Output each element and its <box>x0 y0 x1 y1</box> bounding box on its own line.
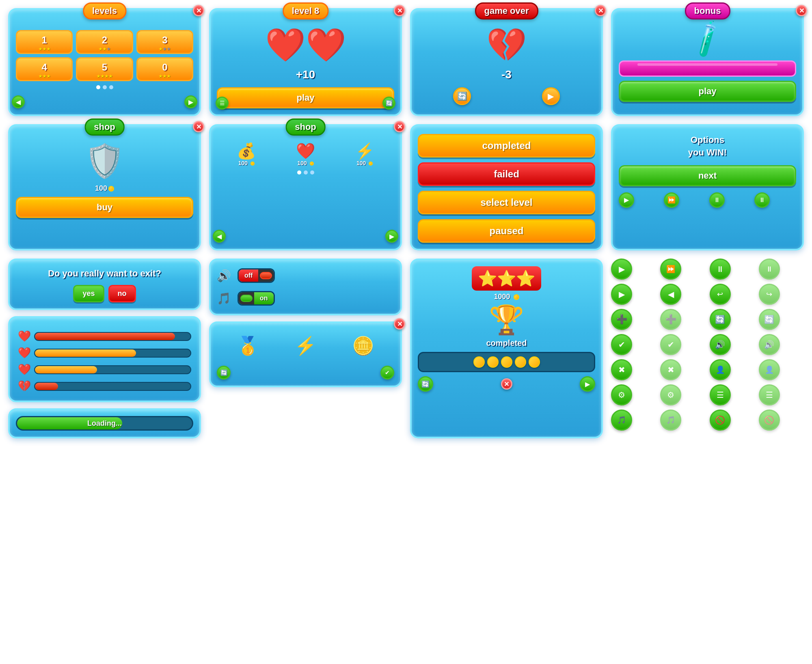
level-cell-2[interactable]: 2 ★★★ <box>76 30 133 54</box>
shop2-panel: shop ✕ 💰 100 ❤️ 100 ⚡ 100 <box>209 124 402 250</box>
shop-item-bag[interactable]: 💰 100 <box>237 142 256 166</box>
close-button-collect[interactable]: ✕ <box>394 318 405 330</box>
win-panel: ⭐⭐⭐ 1000 🏆 completed 🔄 ✕ ▶ <box>410 259 603 438</box>
shop2-nav-prev[interactable]: ◀ <box>213 230 226 243</box>
collectibles-row: 🥇 ⚡ 🪙 <box>217 329 394 362</box>
circle-pause2-btn[interactable]: ⏸ <box>754 192 770 208</box>
grid-btn-sound2[interactable]: 🔊 <box>759 334 780 355</box>
grid-btn-x1[interactable]: ✖ <box>611 359 632 380</box>
shop-item-bolt[interactable]: ⚡ 100 <box>355 142 374 166</box>
grid-btn-right[interactable]: ▶ <box>611 284 632 305</box>
shop2-dot-3 <box>310 170 314 175</box>
shop-item-heart[interactable]: ❤️ 100 <box>296 142 315 166</box>
refresh-circle-btn[interactable]: 🔄 <box>382 97 395 110</box>
heart-icon-3: ❤️ <box>18 363 31 376</box>
win-next-btn[interactable]: ▶ <box>580 376 595 392</box>
grid-btn-play[interactable]: ▶ <box>611 259 632 280</box>
coin-icon-2 <box>310 162 314 166</box>
on-label[interactable]: on <box>254 292 274 304</box>
speaker-icon: 🔊 <box>217 269 231 282</box>
grid-btn-check2[interactable]: ✔ <box>660 334 681 355</box>
grid-btn-plus1[interactable]: ➕ <box>611 309 632 330</box>
grid-btn-redo[interactable]: ↪ <box>759 284 780 305</box>
close-button-go[interactable]: ✕ <box>595 5 606 16</box>
win-prev-btn[interactable]: 🔄 <box>418 376 433 392</box>
grid-btn-user1[interactable]: 👤 <box>710 359 731 380</box>
level-cell-5[interactable]: 5 ★★★★ <box>76 57 133 81</box>
progress-bars-panel: ❤️ ❤️ ❤️ <box>8 316 201 402</box>
sound-toggle[interactable]: off <box>238 268 275 283</box>
trophy-icon: 🏆 <box>418 303 595 336</box>
nav-prev-arrow[interactable]: ◀ <box>12 95 25 108</box>
grid-btn-ban1[interactable]: 🚫 <box>710 410 731 431</box>
grid-btn-pause2[interactable]: ⏸ <box>759 259 780 280</box>
coin-5 <box>529 356 540 368</box>
off-label[interactable]: off <box>239 269 258 282</box>
grid-btn-menu1[interactable]: ☰ <box>710 384 731 405</box>
game-over-panel: game over ✕ 💔 -3 🔄 ▶ <box>410 8 603 116</box>
close-button-l8[interactable]: ✕ <box>394 5 405 16</box>
win-ribbon: ⭐⭐⭐ <box>472 266 541 291</box>
level-cell-3[interactable]: 3 ★★★ <box>136 30 193 54</box>
retry-button[interactable]: 🔄 <box>453 87 471 105</box>
check-btn-collect[interactable]: ✔ <box>380 366 394 379</box>
buy-button[interactable]: buy <box>16 197 193 218</box>
win-score: 1000 <box>418 293 595 301</box>
refresh-btn-collect[interactable]: 🔄 <box>217 366 231 379</box>
play-button[interactable]: play <box>217 87 394 108</box>
grid-btn-menu2[interactable]: ☰ <box>759 384 780 405</box>
circle-ff-btn[interactable]: ⏩ <box>664 192 679 208</box>
options-win-text: Optionsyou WIN! <box>619 134 796 159</box>
progress-fill-3 <box>35 366 97 373</box>
level-cell-4[interactable]: 4 ★★★ <box>16 57 73 81</box>
close-button-bonus[interactable]: ✕ <box>796 5 807 16</box>
win-close-btn[interactable]: ✕ <box>501 378 512 390</box>
music-toggle[interactable]: on <box>238 291 275 306</box>
status-buttons: completed failed select level paused <box>418 130 595 243</box>
close-button-shop2[interactable]: ✕ <box>394 121 405 132</box>
grid-btn-refresh1[interactable]: 🔄 <box>710 309 731 330</box>
grid-btn-plus2[interactable]: ➕ <box>660 309 681 330</box>
grid-btn-ff[interactable]: ⏩ <box>660 259 681 280</box>
completed-button[interactable]: completed <box>418 134 595 157</box>
failed-button[interactable]: failed <box>418 162 595 186</box>
nav-next-arrow[interactable]: ▶ <box>184 95 197 108</box>
paused-button[interactable]: paused <box>418 219 595 243</box>
progress-row-1: ❤️ <box>18 330 191 343</box>
grid-btn-refresh2[interactable]: 🔄 <box>759 309 780 330</box>
level8-title: level 8 <box>283 2 328 19</box>
coin-icon-1 <box>251 162 255 166</box>
grid-btn-gear2[interactable]: ⚙ <box>660 384 681 405</box>
grid-btn-left[interactable]: ◀ <box>660 284 681 305</box>
close-button[interactable]: ✕ <box>193 5 204 16</box>
grid-btn-note1[interactable]: 🎵 <box>611 410 632 431</box>
level-cell-1[interactable]: 1 ★★★ <box>16 30 73 54</box>
win-completed-text: completed <box>418 338 595 348</box>
grid-btn-undo[interactable]: ↩ <box>710 284 731 305</box>
win-nav: 🔄 ✕ ▶ <box>418 376 595 392</box>
game-over-title: game over <box>475 2 538 19</box>
grid-btn-note2[interactable]: 🎵 <box>660 410 681 431</box>
yes-button[interactable]: yes <box>73 285 104 302</box>
grid-btn-ban2[interactable]: 🚫 <box>759 410 780 431</box>
next-button[interactable]: next <box>619 165 796 186</box>
button-grid: ▶ ⏩ ⏸ ⏸ ▶ ◀ ↩ ↪ ➕ ➕ 🔄 🔄 ✔ ✔ 🔊 🔊 ✖ ✖ 👤 👤 … <box>611 259 804 438</box>
grid-btn-check1[interactable]: ✔ <box>611 334 632 355</box>
no-button[interactable]: no <box>108 285 136 302</box>
grid-btn-pause1[interactable]: ⏸ <box>710 259 731 280</box>
close-button-shop1[interactable]: ✕ <box>193 121 204 132</box>
grid-btn-user2[interactable]: 👤 <box>759 359 780 380</box>
circle-play-btn[interactable]: ▶ <box>619 192 634 208</box>
grid-btn-sound1[interactable]: 🔊 <box>710 334 731 355</box>
grid-btn-gear1[interactable]: ⚙ <box>611 384 632 405</box>
bonus-play-button[interactable]: play <box>619 81 796 102</box>
level-cell-6[interactable]: 0 ★★★ <box>136 57 193 81</box>
list-circle-btn[interactable]: ☰ <box>216 97 229 110</box>
grid-btn-x2[interactable]: ✖ <box>660 359 681 380</box>
hearts-icon: ❤️❤️ <box>217 26 394 64</box>
shop2-nav-next[interactable]: ▶ <box>385 230 398 243</box>
select-level-button[interactable]: select level <box>418 191 595 214</box>
circle-pause-btn[interactable]: ⏸ <box>709 192 725 208</box>
play-next-button[interactable]: ▶ <box>542 87 560 105</box>
shop2-dot-1 <box>297 170 301 175</box>
